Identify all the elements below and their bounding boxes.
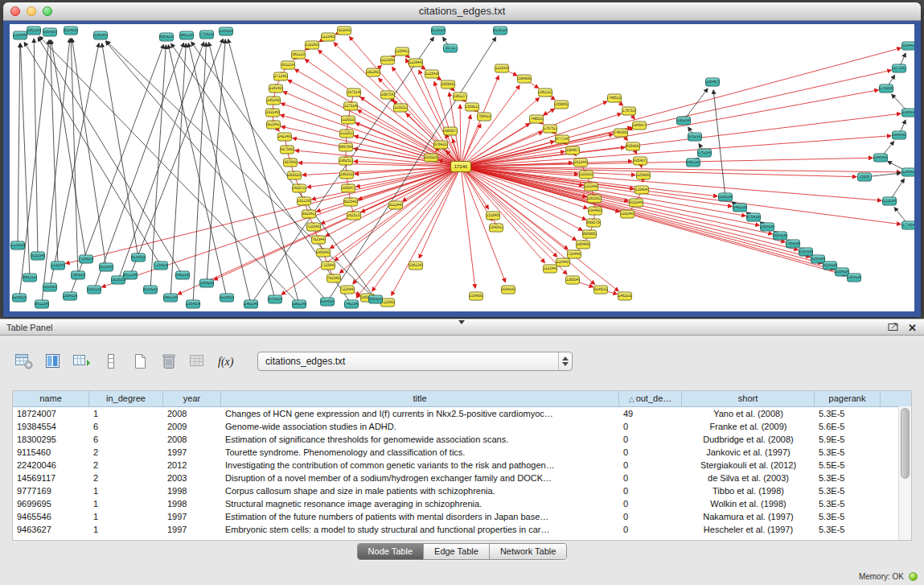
graph-node[interactable]: 9152948 [31, 252, 45, 261]
graph-node[interactable]: 1210345 [882, 197, 897, 206]
graph-node[interactable]: 1230213 [393, 104, 408, 113]
graph-node[interactable]: 9754204 [268, 295, 282, 304]
graph-node[interactable]: 9897843 [339, 143, 353, 152]
graph-node[interactable]: 9246504 [12, 294, 27, 303]
float-panel-icon[interactable] [888, 320, 899, 335]
table-selector-combo[interactable]: citations_edges.txt [257, 352, 573, 371]
table-row[interactable]: 1456911722003Disruption of a novel membe… [13, 472, 911, 484]
table-scrollbar[interactable] [898, 406, 911, 540]
table-row[interactable]: 911546021997Tourette syndrome. Phenomeno… [13, 446, 911, 459]
create-column-icon[interactable] [129, 352, 150, 371]
graph-node[interactable]: 2422403 [277, 133, 292, 142]
row-height-icon[interactable] [100, 352, 121, 371]
graph-node[interactable]: 1122403 [321, 33, 335, 42]
graph-node[interactable]: 1518454 [486, 212, 500, 220]
table-row[interactable]: 969969511998Structural magnetic resonanc… [13, 497, 911, 510]
graph-node[interactable]: 9294504 [320, 298, 335, 307]
graph-node[interactable]: 1945493 [901, 109, 914, 117]
graph-node[interactable]: 1558453 [554, 101, 569, 109]
graph-node[interactable]: 1162447 [620, 210, 634, 219]
tab-network-table[interactable]: Network Table [490, 544, 567, 559]
graph-node[interactable]: 1822603 [366, 68, 380, 77]
graph-node[interactable]: 748513 [607, 94, 622, 103]
graph-node[interactable]: 1064673 [565, 146, 580, 155]
table-row[interactable]: 946362711997Embryonic stem cells: a mode… [13, 523, 911, 536]
zoom-window-button[interactable] [43, 6, 52, 16]
close-panel-icon[interactable]: ✕ [908, 322, 917, 334]
graph-node[interactable]: 2830203 [287, 171, 302, 180]
graph-node[interactable]: 8194504 [131, 253, 146, 262]
graph-node[interactable]: 2462345 [244, 300, 258, 309]
graph-node[interactable]: 758433 [477, 113, 491, 122]
graph-node[interactable]: 2223054 [380, 56, 395, 65]
network-canvas[interactable]: 1724092304311224031322603981223601214271… [10, 24, 914, 311]
import-table-icon[interactable] [71, 352, 92, 371]
splitter-handle-icon[interactable] [458, 320, 465, 324]
graph-node[interactable]: 2126005 [10, 241, 25, 250]
graph-node[interactable]: 7623403 [326, 274, 341, 283]
graph-node[interactable]: 1275140 [343, 102, 358, 111]
graph-node[interactable]: 1239443 [409, 59, 423, 68]
graph-node[interactable]: 7225403 [306, 223, 321, 232]
graph-node[interactable]: 1935184 [718, 193, 733, 202]
graph-node[interactable]: 1787513 [543, 125, 557, 134]
graph-node[interactable]: 8754184 [746, 213, 761, 222]
graph-node[interactable]: 7204493 [567, 250, 581, 259]
graph-node[interactable]: 9784203 [433, 141, 448, 150]
graph-node[interactable]: 9862345 [163, 294, 178, 303]
graph-node[interactable]: 9015454 [99, 263, 113, 272]
graph-node[interactable]: 1254043 [634, 186, 649, 195]
graph-node[interactable]: 9064954 [43, 28, 57, 37]
graph-node[interactable]: 1610443 [573, 159, 588, 167]
table-row[interactable]: 1872400712008Changes of HCN gene express… [13, 407, 911, 420]
graph-node[interactable]: 8462343 [686, 159, 700, 167]
graph-node[interactable]: 9462184 [733, 204, 747, 212]
graph-node[interactable]: 1687543 [380, 91, 395, 100]
graph-node[interactable]: 1601627 [587, 195, 602, 204]
graph-node[interactable]: 8099653 [582, 230, 597, 239]
graph-node[interactable]: 6154204 [143, 286, 158, 295]
graph-node[interactable]: 1190545 [51, 262, 65, 270]
graph-node[interactable]: 923043 [337, 27, 351, 35]
graph-node[interactable]: 7254504 [154, 262, 168, 270]
graph-node[interactable]: 997843 [283, 159, 298, 167]
table-row[interactable]: 2242004622012Investigating the contribut… [13, 459, 911, 472]
graph-node[interactable]: 1254413 [395, 47, 409, 56]
graph-node[interactable]: 8136104 [493, 27, 507, 35]
graph-node[interactable]: 2654184 [760, 223, 774, 232]
window-titlebar[interactable]: citations_edges.txt [3, 2, 921, 21]
graph-node[interactable]: 2063454 [93, 31, 108, 40]
graph-node[interactable]: 1964091 [517, 75, 532, 84]
tab-edge-table[interactable]: Edge Table [424, 544, 490, 559]
table-row[interactable]: 1830029562008Estimation of significance … [13, 433, 911, 446]
graph-node[interactable]: 2630713 [292, 184, 306, 193]
graph-node[interactable]: 2210443 [584, 183, 598, 192]
column-header-out_degree[interactable]: △out_de… [619, 391, 682, 406]
graph-node[interactable]: 4275403 [280, 146, 294, 154]
graph-node[interactable]: 1054304 [219, 27, 233, 36]
graph-node[interactable]: 1451493 [266, 97, 281, 105]
graph-node[interactable]: 1962513 [339, 157, 353, 166]
graph-node[interactable]: 2762343 [697, 149, 712, 158]
graph-node[interactable]: 9323413 [302, 210, 316, 219]
graph-node[interactable]: 2181403 [269, 84, 283, 93]
graph-node[interactable]: 7462345 [344, 300, 359, 309]
graph-node[interactable]: 7154204 [79, 255, 93, 264]
column-header-short[interactable]: short [682, 391, 815, 406]
graph-node[interactable]: 8954204 [159, 33, 174, 42]
graph-node[interactable]: 1201623 [579, 171, 593, 179]
graph-node[interactable]: 1961373 [453, 93, 467, 101]
graph-node[interactable]: 7623443 [311, 236, 326, 245]
graph-node[interactable]: 8512345 [123, 271, 138, 280]
graph-node[interactable]: 1854493 [576, 241, 590, 249]
graph-node[interactable]: 1445493 [873, 154, 888, 163]
delete-column-icon[interactable] [158, 352, 179, 371]
graph-node[interactable]: 1963073 [443, 127, 458, 136]
graph-node[interactable]: 9394163 [501, 286, 515, 295]
graph-node[interactable]: 5905154 [87, 286, 101, 295]
graph-node[interactable]: 1322603 [305, 41, 319, 50]
scrollbar-thumb[interactable] [901, 408, 910, 479]
graph-node[interactable]: 1945473 [632, 122, 647, 130]
graph-node[interactable]: 19648794 [705, 78, 720, 87]
graph-node[interactable]: 1931454 [265, 109, 280, 117]
